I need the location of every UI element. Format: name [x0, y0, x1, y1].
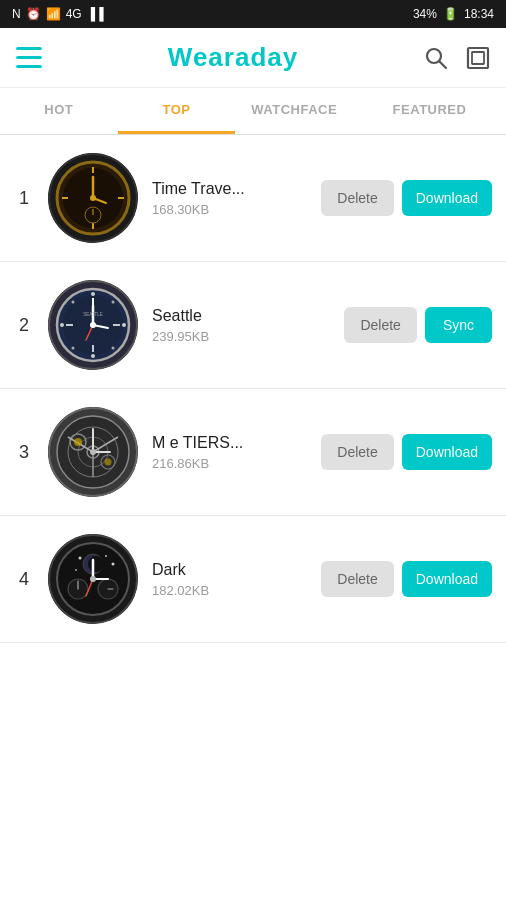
- item-name: Time Trave...: [152, 180, 307, 198]
- svg-text:SEATTLE: SEATTLE: [83, 312, 103, 317]
- delete-button[interactable]: Delete: [321, 434, 393, 470]
- svg-point-24: [60, 323, 64, 327]
- item-rank: 3: [14, 442, 34, 463]
- battery-icon: 🔋: [443, 7, 458, 21]
- delete-button[interactable]: Delete: [321, 561, 393, 597]
- watch-thumbnail: [48, 153, 138, 243]
- clock: 18:34: [464, 7, 494, 21]
- svg-point-58: [79, 557, 82, 560]
- svg-point-60: [75, 569, 77, 571]
- tab-featured[interactable]: FEATURED: [353, 88, 506, 134]
- header: Wearaday: [0, 28, 506, 88]
- list-item: 3: [0, 389, 506, 516]
- svg-rect-0: [16, 47, 42, 50]
- header-actions: [424, 46, 490, 70]
- item-rank: 2: [14, 315, 34, 336]
- app-logo: Wearaday: [168, 42, 298, 73]
- item-actions: Delete Download: [321, 561, 492, 597]
- item-name: Seattle: [152, 307, 330, 325]
- wifi-icon: 📶: [46, 7, 61, 21]
- svg-point-29: [112, 347, 115, 350]
- svg-point-28: [72, 347, 75, 350]
- svg-point-25: [122, 323, 126, 327]
- network-icon: 4G: [66, 7, 82, 21]
- svg-rect-6: [472, 52, 484, 64]
- svg-point-50: [105, 459, 112, 466]
- svg-point-27: [112, 301, 115, 304]
- download-button[interactable]: Download: [402, 561, 492, 597]
- svg-point-69: [90, 576, 96, 582]
- status-bar: N ⏰ 📶 4G ▐▐ 34% 🔋 18:34: [0, 0, 506, 28]
- svg-rect-1: [16, 56, 42, 59]
- item-details: Dark 182.02KB: [152, 561, 307, 598]
- item-details: Seattle 239.95KB: [152, 307, 330, 344]
- svg-rect-2: [16, 65, 42, 68]
- list-item: 4: [0, 516, 506, 643]
- svg-rect-5: [468, 48, 488, 68]
- item-details: M e TIERS... 216.86KB: [152, 434, 307, 471]
- watch-thumbnail: [48, 534, 138, 624]
- tab-watchface[interactable]: WATCHFACE: [235, 88, 353, 134]
- svg-point-22: [91, 292, 95, 296]
- item-details: Time Trave... 168.30KB: [152, 180, 307, 217]
- svg-point-61: [112, 563, 115, 566]
- item-rank: 1: [14, 188, 34, 209]
- item-actions: Delete Download: [321, 434, 492, 470]
- carrier-icon: N: [12, 7, 21, 21]
- svg-point-57: [88, 556, 104, 572]
- svg-point-49: [74, 438, 82, 446]
- watch-thumbnail: SEATTLE: [48, 280, 138, 370]
- menu-icon: [16, 47, 42, 69]
- svg-point-16: [90, 195, 96, 201]
- item-actions: Delete Sync: [344, 307, 492, 343]
- tab-bar: HOT TOP WATCHFACE FEATURED: [0, 88, 506, 135]
- list-item: 2: [0, 262, 506, 389]
- download-button[interactable]: Download: [402, 180, 492, 216]
- item-name: M e TIERS...: [152, 434, 307, 452]
- menu-button[interactable]: [16, 47, 42, 69]
- item-size: 216.86KB: [152, 456, 307, 471]
- signal-icon: ▐▐: [87, 7, 104, 21]
- watch-thumbnail: [48, 407, 138, 497]
- crop-icon: [466, 46, 490, 70]
- sync-button[interactable]: Sync: [425, 307, 492, 343]
- item-actions: Delete Download: [321, 180, 492, 216]
- delete-button[interactable]: Delete: [321, 180, 393, 216]
- battery-level: 34%: [413, 7, 437, 21]
- delete-button[interactable]: Delete: [344, 307, 416, 343]
- alarm-icon: ⏰: [26, 7, 41, 21]
- svg-point-59: [105, 555, 107, 557]
- item-size: 239.95KB: [152, 329, 330, 344]
- svg-line-4: [440, 61, 447, 68]
- search-icon: [424, 46, 448, 70]
- item-size: 168.30KB: [152, 202, 307, 217]
- svg-point-23: [91, 354, 95, 358]
- tab-hot[interactable]: HOT: [0, 88, 118, 134]
- svg-point-53: [90, 449, 96, 455]
- search-button[interactable]: [424, 46, 448, 70]
- list-item: 1 Time Trave... 168.30KB: [0, 135, 506, 262]
- svg-point-37: [90, 322, 96, 328]
- download-button[interactable]: Download: [402, 434, 492, 470]
- tab-top[interactable]: TOP: [118, 88, 236, 134]
- item-size: 182.02KB: [152, 583, 307, 598]
- crop-button[interactable]: [466, 46, 490, 70]
- item-rank: 4: [14, 569, 34, 590]
- watch-list: 1 Time Trave... 168.30KB: [0, 135, 506, 897]
- svg-point-26: [72, 301, 75, 304]
- item-name: Dark: [152, 561, 307, 579]
